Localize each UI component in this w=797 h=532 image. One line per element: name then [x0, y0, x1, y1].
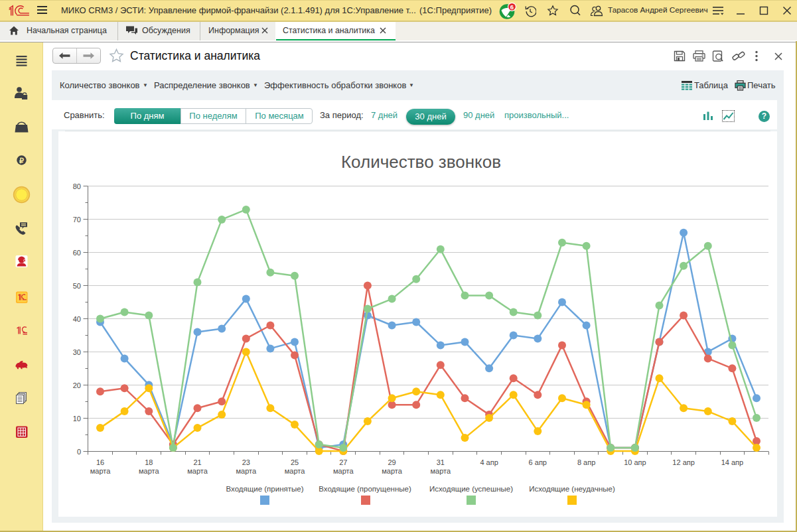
svg-text:марта: марта: [236, 467, 257, 475]
svg-text:40: 40: [73, 315, 81, 323]
svg-text:50: 50: [73, 282, 81, 290]
svg-text:марта: марта: [285, 467, 305, 475]
svg-text:80: 80: [73, 182, 81, 190]
svg-text:27: 27: [339, 458, 347, 466]
svg-text:0: 0: [77, 448, 81, 456]
svg-text:10: 10: [73, 415, 81, 423]
svg-text:₽: ₽: [19, 157, 24, 165]
svg-text:марта: марта: [333, 467, 354, 475]
svg-text:25: 25: [291, 458, 299, 466]
svg-text:6 апр: 6 апр: [529, 458, 547, 466]
svg-text:марта: марта: [431, 467, 451, 475]
svg-text:марта: марта: [90, 467, 111, 475]
svg-text:60: 60: [73, 249, 81, 257]
svg-text:29: 29: [388, 458, 396, 466]
svg-text:16: 16: [96, 458, 104, 466]
svg-text:4 апр: 4 апр: [480, 458, 498, 466]
svg-text:14 апр: 14 апр: [721, 458, 743, 466]
svg-text:марта: марта: [187, 467, 208, 475]
svg-text:31: 31: [437, 458, 445, 466]
svg-text:20: 20: [73, 381, 81, 389]
svg-text:12 апр: 12 апр: [672, 458, 694, 466]
svg-text:30: 30: [73, 348, 81, 356]
svg-text:21: 21: [193, 458, 201, 466]
svg-text:10 апр: 10 апр: [624, 458, 646, 466]
svg-text:18: 18: [145, 458, 153, 466]
svg-text:марта: марта: [382, 467, 402, 475]
svg-text:70: 70: [73, 216, 81, 224]
svg-text:марта: марта: [139, 467, 159, 475]
svg-text:6: 6: [510, 3, 514, 11]
svg-text:8 апр: 8 апр: [577, 458, 595, 466]
svg-text:23: 23: [242, 458, 250, 466]
